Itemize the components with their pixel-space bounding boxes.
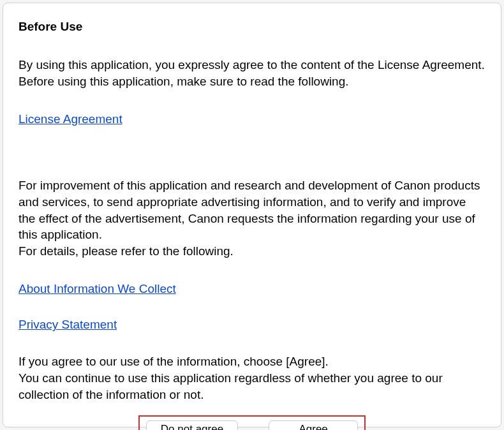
privacy-statement-link[interactable]: Privacy Statement — [19, 318, 117, 332]
agree-button[interactable]: Agree — [269, 420, 358, 430]
info-collection-paragraph: For improvement of this application and … — [19, 177, 485, 259]
agree-instruction-paragraph: If you agree to our use of the informati… — [19, 353, 485, 403]
before-use-dialog: Before Use By using this application, yo… — [3, 3, 501, 427]
intro-paragraph: By using this application, you expressly… — [19, 57, 485, 89]
button-row-highlight: Do not agree Agree — [138, 415, 366, 430]
about-information-link[interactable]: About Information We Collect — [19, 282, 176, 296]
license-agreement-link[interactable]: License Agreement — [19, 112, 122, 126]
do-not-agree-button[interactable]: Do not agree — [146, 420, 238, 430]
dialog-heading: Before Use — [19, 20, 485, 34]
